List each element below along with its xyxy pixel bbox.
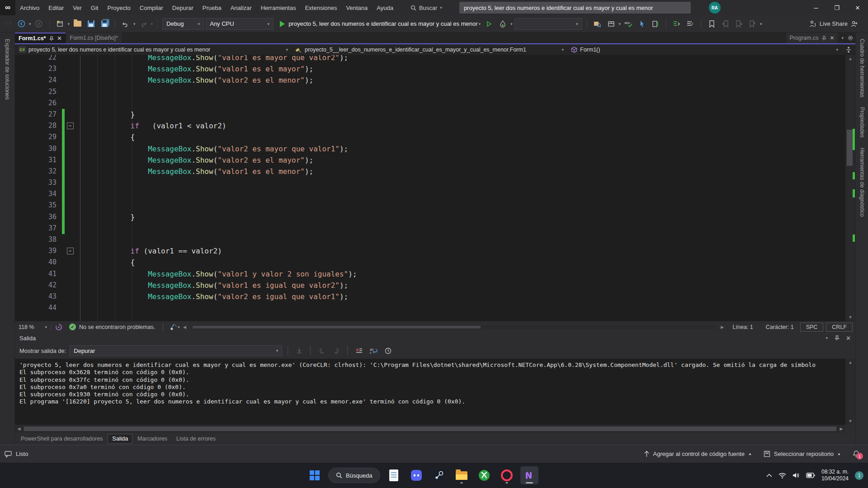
panel-tab-marcadores[interactable]: Marcadores <box>133 434 171 443</box>
spaces-indicator[interactable]: SPC <box>800 323 824 332</box>
notifications-button[interactable]: 1 <box>853 450 860 458</box>
empty-dropdown[interactable]: ▾ <box>514 18 582 30</box>
code-line-28[interactable]: 28− if (valor1 < valor2) <box>15 120 855 131</box>
scroll-up-icon[interactable]: ▲ <box>845 55 855 62</box>
project-dropdown[interactable]: C# proyecto 5, leer dos numeros e identi… <box>15 45 292 55</box>
back-history-caret[interactable]: ▾ <box>29 22 31 26</box>
prev-bookmark-button[interactable] <box>719 18 731 30</box>
code-line-27[interactable]: 27 } <box>15 109 855 120</box>
pin-icon[interactable] <box>834 335 840 341</box>
scrollbar-thumb[interactable] <box>847 130 853 166</box>
restore-button[interactable]: ❐ <box>826 0 847 15</box>
save-button[interactable] <box>85 18 97 30</box>
output-source-dropdown[interactable]: Depurar ▾ <box>70 345 282 356</box>
hot-reload-button[interactable] <box>497 18 509 30</box>
fold-column[interactable]: − <box>65 120 75 131</box>
taskbar-clock[interactable]: 08:32 a. m. 10/04/2024 <box>821 469 849 482</box>
live-share-button[interactable]: Live Share <box>809 20 864 28</box>
configuration-dropdown[interactable]: Debug▾ <box>162 18 204 30</box>
feedback-button[interactable]: Listo <box>5 450 28 458</box>
code-line-40[interactable]: 40 { <box>15 257 855 268</box>
xbox-icon[interactable] <box>475 466 493 484</box>
code-line-25[interactable]: 25 <box>15 86 855 98</box>
code-line-36[interactable]: 36 } <box>15 211 855 223</box>
editor-vertical-scrollbar[interactable]: ▲ ▼ <box>845 55 855 321</box>
type-dropdown[interactable]: proyecto_5__leer_dos_numeros_e_identific… <box>292 45 567 55</box>
scroll-down-icon[interactable]: ▼ <box>845 418 855 425</box>
tab-form1-cs[interactable]: Form1.cs* ✕ <box>15 33 66 43</box>
redo-history-caret[interactable]: ▾ <box>151 22 153 26</box>
tray-expand-icon[interactable] <box>766 474 772 477</box>
output-horizontal-scrollbar[interactable]: ◀ ▶ <box>15 425 845 433</box>
code-line-38[interactable]: 38 <box>15 234 855 245</box>
volume-icon[interactable] <box>793 472 800 479</box>
panel-position-caret[interactable]: ▾ <box>826 336 828 340</box>
code-line-37[interactable]: 37 <box>15 223 855 234</box>
steam-icon[interactable] <box>430 466 448 484</box>
scroll-down-icon[interactable]: ▼ <box>845 314 855 321</box>
intellicode-button[interactable] <box>53 321 65 333</box>
redo-button[interactable] <box>137 18 149 30</box>
start-without-debug-button[interactable] <box>483 18 495 30</box>
code-line-35[interactable]: 35 <box>15 200 855 211</box>
code-line-41[interactable]: 41 MessageBox.Show("valor1 y valor 2 son… <box>15 268 855 280</box>
battery-icon[interactable] <box>806 473 815 478</box>
scroll-up-icon[interactable]: ▲ <box>845 359 855 366</box>
code-line-32[interactable]: 32 MessageBox.Show("valor1 es el menor")… <box>15 166 855 177</box>
menu-ver[interactable]: Ver <box>68 0 86 15</box>
minimize-button[interactable]: ─ <box>806 0 826 15</box>
gear-icon[interactable] <box>847 35 854 41</box>
code-line-26[interactable]: 26 <box>15 98 855 109</box>
select-repository-button[interactable]: Seleccionar repositorio ▲ <box>764 450 841 457</box>
close-tab-icon[interactable]: ✕ <box>830 35 834 41</box>
code-line-33[interactable]: 33 <box>15 177 855 188</box>
wifi-icon[interactable] <box>778 473 786 479</box>
next-message-button[interactable] <box>331 345 342 356</box>
clear-all-button[interactable] <box>354 345 364 356</box>
dock-tab-herramientas-de-diagn-stico[interactable]: Herramientas de diagnóstico <box>859 148 865 217</box>
tab-list-caret[interactable]: ▾ <box>841 36 844 40</box>
notification-center-badge[interactable]: 1 <box>855 471 863 480</box>
code-cleanup-button[interactable]: ▾ <box>169 321 181 333</box>
bookmarks-overflow-caret[interactable]: ▾ <box>760 22 762 26</box>
menu-analizar[interactable]: Analizar <box>226 0 256 15</box>
hot-reload-caret[interactable]: ▾ <box>510 22 513 26</box>
menu-ventana[interactable]: Ventana <box>342 0 373 15</box>
find-in-files-button[interactable] <box>592 18 604 30</box>
pin-icon[interactable] <box>49 36 54 41</box>
new-project-button[interactable] <box>54 18 66 30</box>
new-item-caret[interactable]: ▾ <box>68 22 70 26</box>
navigate-back-button[interactable] <box>15 18 27 30</box>
undo-history-caret[interactable]: ▾ <box>133 22 136 26</box>
menu-depurar[interactable]: Depurar <box>168 0 198 15</box>
close-button[interactable]: ✕ <box>847 0 868 15</box>
menu-herramientas[interactable]: Herramientas <box>256 0 301 15</box>
word-wrap-button[interactable]: abc <box>368 345 379 356</box>
dock-tab-explorador-de-soluciones[interactable]: Explorador de soluciones <box>4 39 10 100</box>
code-line-34[interactable]: 34 <box>15 188 855 200</box>
panel-tab-powershell-para-desarrolladores[interactable]: PowerShell para desarrolladores <box>17 434 107 443</box>
editor-horizontal-scrollbar[interactable] <box>192 325 716 329</box>
code-line-42[interactable]: 42 MessageBox.Show("valor1 es igual que … <box>15 280 855 291</box>
undo-button[interactable] <box>120 18 132 30</box>
menu-proyecto[interactable]: Proyecto <box>103 0 135 15</box>
spell-check-button[interactable]: abc <box>623 18 634 30</box>
opera-gx-icon[interactable] <box>498 466 516 484</box>
pin-icon[interactable] <box>821 36 826 41</box>
file-explorer-icon[interactable] <box>453 466 471 484</box>
close-tab-icon[interactable]: ✕ <box>57 35 61 42</box>
hscroll-left-icon[interactable]: ◀ <box>15 427 23 431</box>
split-window-button[interactable] <box>842 47 855 53</box>
dock-tab-propiedades[interactable]: Propiedades <box>859 107 865 137</box>
avatar[interactable]: RA <box>709 2 721 14</box>
zoom-dropdown[interactable]: 118 %▾ <box>15 324 51 330</box>
menu-compilar[interactable]: Compilar <box>135 0 168 15</box>
member-dropdown[interactable]: Form1() ▾ <box>567 45 842 55</box>
hscroll-left-icon[interactable]: ◀ <box>181 325 189 329</box>
menu-ayuda[interactable]: Ayuda <box>372 0 398 15</box>
start-debug-button[interactable]: proyecto 5, leer dos numeros e identific… <box>279 18 481 30</box>
code-line-29[interactable]: 29 { <box>15 131 855 143</box>
goto-message-button[interactable] <box>294 345 305 356</box>
panel-tab-salida[interactable]: Salida <box>108 434 132 444</box>
start-button[interactable] <box>306 466 324 484</box>
